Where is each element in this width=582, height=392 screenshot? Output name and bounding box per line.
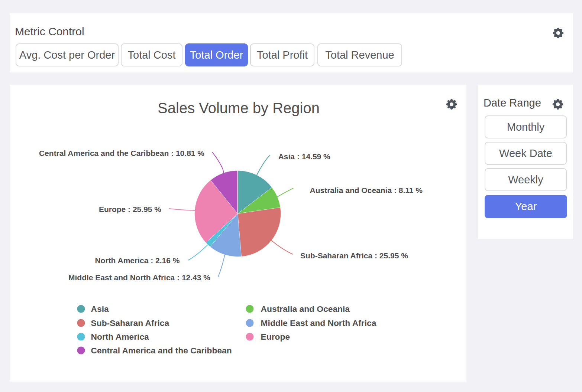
svg-text:Australia and Oceania: Australia and Oceania bbox=[261, 304, 350, 314]
svg-text:Sub-Saharan Africa: Sub-Saharan Africa bbox=[91, 318, 169, 328]
svg-text:North America : 2.16 %: North America : 2.16 % bbox=[95, 256, 180, 265]
svg-text:Middle East and North Africa :: Middle East and North Africa : 12.43 % bbox=[68, 273, 210, 282]
svg-text:Europe: Europe bbox=[261, 332, 290, 342]
svg-text:Middle East and North Africa: Middle East and North Africa bbox=[261, 318, 376, 328]
svg-text:Asia: Asia bbox=[91, 304, 109, 314]
svg-text:Australia and Oceania : 8.11 %: Australia and Oceania : 8.11 % bbox=[310, 186, 423, 195]
svg-text:Central America and the Caribb: Central America and the Caribbean bbox=[91, 346, 232, 355]
svg-text:North America: North America bbox=[91, 332, 149, 342]
svg-text:Central America and the Caribb: Central America and the Caribbean : 10.8… bbox=[39, 149, 204, 157]
svg-text:Europe : 25.95 %: Europe : 25.95 % bbox=[99, 205, 161, 213]
svg-text:Sales Volume by Region: Sales Volume by Region bbox=[158, 100, 320, 116]
svg-text:Asia : 14.59 %: Asia : 14.59 % bbox=[278, 152, 330, 161]
svg-text:Sub-Saharan Africa : 25.95 %: Sub-Saharan Africa : 25.95 % bbox=[300, 251, 408, 260]
